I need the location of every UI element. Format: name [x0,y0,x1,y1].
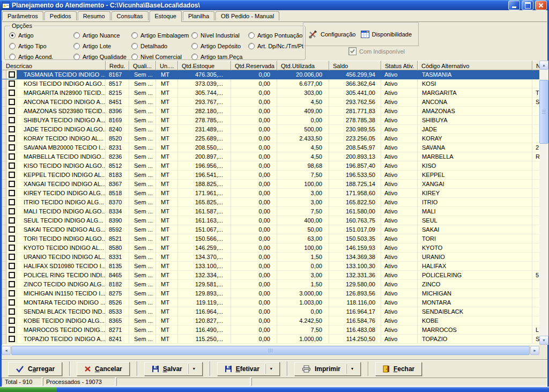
radio-detalhado[interactable]: Detalhado [131,41,191,51]
table-row[interactable]: TOPAZIO TECIDO INDIGO A...8241Sem ...MT1… [2,335,540,344]
table-row[interactable]: POLICEL RING TECIDO INDI...8465Sem ...MT… [2,271,540,280]
row-checkbox[interactable] [9,99,15,105]
imprimir-button[interactable]: Imprimir▾ [294,362,361,376]
fechar-button[interactable]: Fechar [375,362,422,376]
configuracao-button[interactable]: Configuração [306,28,358,41]
tab-ob-pedido-manual[interactable]: OB Pedido - Manual [216,11,279,20]
table-row[interactable]: MARGARITA IN28900 TECID...8215Sem ...MT3… [2,88,540,98]
table-row[interactable]: KORAY TECIDO INDIGO AL...8520Sem ...MT22… [2,134,540,143]
radio-artigo-embalagem[interactable]: Artigo Embalagem [131,30,191,41]
cancelar-button[interactable]: Cancelar [77,362,130,376]
dropdown-arrow-icon[interactable]: ▾ [346,364,353,374]
row-checkbox[interactable] [9,245,15,251]
row-checkbox[interactable] [9,80,15,87]
table-row[interactable]: MONTARA TECIDO INDIGO ...8526Sem ...MT11… [2,298,540,307]
row-checkbox[interactable] [9,317,15,324]
row-checkbox[interactable] [9,281,15,287]
table-row[interactable]: MICHIGAN IN1150 TECIDO I...8275Sem ...MT… [2,289,540,298]
column-header-qtd-reservada[interactable]: Qtd.Reservada [231,61,277,70]
dropdown-arrow-icon[interactable]: ▾ [188,364,195,374]
row-checkbox[interactable] [9,153,15,160]
tab-consultas[interactable]: Consultas [112,11,149,20]
maximize-button[interactable] [522,1,533,10]
column-header-status-ativ[interactable]: Status Ativ. [381,61,418,70]
table-row[interactable]: SAVANA MB20000 TECIDO I...8231Sem ...MT2… [2,143,540,152]
com-indisponivel-checkbox[interactable]: Com Indisponível [348,47,405,55]
tab-pedidos[interactable]: Pedidos [44,11,77,20]
scroll-down-icon[interactable]: ▼ [539,336,548,345]
tab-parametros[interactable]: Parâmetros [2,11,43,20]
column-header-redu[interactable]: Redu. [106,61,129,70]
row-checkbox[interactable] [9,263,15,269]
table-row[interactable]: KISO TECIDO INDIGO ALGO...8512Sem ...MT1… [2,161,540,171]
table-row[interactable]: SAKAI TECIDO INDIGO ALG...8592Sem ...MT1… [2,225,540,234]
scroll-left-icon[interactable]: ◄ [2,346,11,355]
radio-artigo-pontua-o[interactable]: Artigo Pontuação [248,30,305,41]
table-row[interactable]: XANGAI TECIDO INDIGO AL...8367Sem ...MT1… [2,180,540,189]
tab-resumo[interactable]: Resumo [78,11,110,20]
horizontal-scrollbar[interactable]: ◄ ► [2,346,539,355]
table-row[interactable]: AMAZONAS SD23980 TECID...8396Sem ...MT28… [2,107,540,116]
row-checkbox[interactable] [9,172,15,178]
disponibilidade-button[interactable]: Disponibilidade [359,29,414,40]
table-row[interactable]: KEPPEL TECIDO INDIGO AL...8183Sem ...MT1… [2,171,540,180]
horizontal-scroll-thumb[interactable] [11,346,530,355]
table-row[interactable]: KYOTO TECIDO INDIGO AL...8580Sem ...MT14… [2,243,540,253]
table-row[interactable]: SEUL TECIDO INDIGO ALG...8390Sem ...MT16… [2,216,540,225]
column-header-c-digo-alternativo[interactable]: Código Alternativo [418,61,532,70]
column-header-qtd-estoque[interactable]: Qtd.Estoque [178,61,231,70]
table-row[interactable]: SHIBUYA TECIDO INDIGO A...8169Sem ...MT2… [2,116,540,125]
row-checkbox[interactable] [9,135,15,142]
table-row[interactable]: MARROCOS TECIDO INDIG...8271Sem ...MT116… [2,326,540,335]
row-checkbox[interactable] [9,162,15,169]
row-checkbox[interactable] [9,226,15,233]
column-header-saldo[interactable]: Saldo [329,61,381,70]
row-checkbox[interactable] [9,327,15,333]
radio-n-vel-industrial[interactable]: Nível Industrial [191,30,248,41]
column-header-quali[interactable]: Quali... [129,61,156,70]
start-button-fragment[interactable] [0,387,57,392]
table-row[interactable]: ZINCO TECIDO INDIGO ALG...8182Sem ...MT1… [2,280,540,289]
row-checkbox[interactable] [9,208,15,215]
row-checkbox[interactable] [9,190,15,196]
scroll-up-icon[interactable]: ▲ [539,61,548,70]
column-header-descricao[interactable]: Descricao [2,61,106,70]
radio-artigo-tipo[interactable]: Artigo Tipo [9,41,73,51]
table-row[interactable]: MARBELLA TECIDO INDIGO...8236Sem ...MT20… [2,152,540,161]
column-header-n[interactable]: N [532,61,540,70]
table-row[interactable]: JADE TECIDO INDIGO ALGO...8240Sem ...MT2… [2,125,540,134]
row-checkbox[interactable] [9,108,15,114]
close-button[interactable] [535,1,547,10]
row-checkbox[interactable] [9,126,15,132]
radio-artigo[interactable]: Artigo [9,30,73,41]
table-row[interactable]: TASMANIA TECIDO INDIGO ...8167Sem ...MT4… [2,70,540,79]
table-row[interactable]: URANIO TECIDO INDIGO AL...8331Sem ...MT1… [2,253,540,262]
table-row[interactable]: KOSI TECIDO INDIGO ALGO...8517Sem ...MT3… [2,79,540,88]
radio-artigo-nuance[interactable]: Artigo Nuance [73,30,131,41]
row-checkbox[interactable] [9,254,15,260]
row-checkbox[interactable] [9,71,15,78]
column-header-qtd-utilizada[interactable]: Qtd.Utilizada [277,61,329,70]
table-row[interactable]: KIREY TECIDO INDIGO ALG...8518Sem ...MT1… [2,189,540,198]
radio-art-dp-nc-tm-pt[interactable]: Art. Dp/Nc./Tm/Pt [248,41,305,51]
efetivar-button[interactable]: Efetivar▾ [217,362,280,376]
table-row[interactable]: ITRIO TECIDO INDIGO ALG...8370Sem ...MT1… [2,198,540,207]
row-checkbox[interactable] [9,90,15,96]
radio-artigo-dep-sito[interactable]: Artigo Depósito [191,41,248,51]
row-checkbox[interactable] [9,336,15,342]
row-checkbox[interactable] [9,299,15,306]
table-row[interactable]: TORI TECIDO INDIGO ALGO...8521Sem ...MT1… [2,234,540,243]
table-row[interactable]: KOBE TECIDO INDIGO ALG...8365Sem ...MT12… [2,316,540,326]
row-checkbox[interactable] [9,117,15,123]
vertical-scrollbar[interactable]: ▲ ▼ [539,61,548,345]
tab-estoque[interactable]: Estoque [150,11,182,22]
dropdown-arrow-icon[interactable]: ▾ [265,364,272,374]
table-row[interactable]: ANCONA TECIDO INDIGO A...8451Sem ...MT29… [2,98,540,107]
row-checkbox[interactable] [9,272,15,278]
carregar-button[interactable]: Carregar [8,362,62,376]
scroll-right-icon[interactable]: ► [530,346,539,355]
table-row[interactable]: MALI TECIDO INDIGO ALGO...8334Sem ...MT1… [2,207,540,216]
row-checkbox[interactable] [9,181,15,187]
salvar-button[interactable]: Salvar▾ [144,362,203,376]
row-checkbox[interactable] [9,308,15,315]
